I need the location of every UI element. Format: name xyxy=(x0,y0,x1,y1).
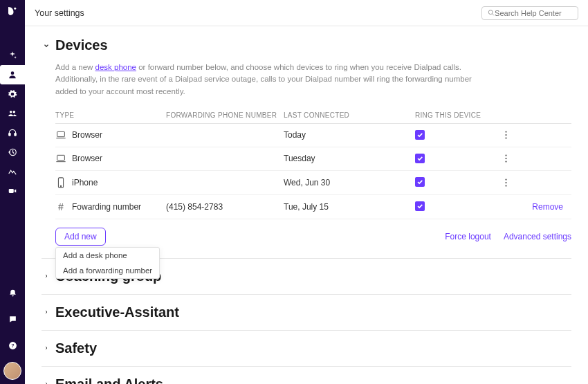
desk-phone-link[interactable]: desk phone xyxy=(95,63,136,71)
hash-icon: # xyxy=(55,201,66,212)
section-email-alerts: Email and Alerts xyxy=(42,367,571,384)
ring-checkbox[interactable] xyxy=(415,130,425,140)
more-menu[interactable] xyxy=(505,154,567,163)
svg-point-12 xyxy=(505,131,506,133)
svg-point-0 xyxy=(14,8,16,10)
add-desk-phone-item[interactable]: Add a desk phone xyxy=(56,248,159,263)
help-pre: Add a new xyxy=(55,63,95,71)
device-fwd: (415) 854-2783 xyxy=(166,202,284,212)
add-new-dropdown: Add a desk phone Add a forwarding number xyxy=(55,247,160,279)
help-icon[interactable]: ? xyxy=(0,336,25,355)
device-last: Today xyxy=(284,130,394,140)
devices-help-text: Add a new desk phone or forward number b… xyxy=(42,62,484,107)
sidebar: ? xyxy=(0,0,25,384)
headset-icon[interactable] xyxy=(0,123,25,143)
svg-point-23 xyxy=(505,185,506,186)
remove-link[interactable]: Remove xyxy=(505,202,567,212)
page-title: Your settings xyxy=(35,8,84,18)
chevron-right-icon xyxy=(42,381,51,384)
devices-actions: Add new Add a desk phone Add a forwardin… xyxy=(42,219,571,258)
force-logout-link[interactable]: Force logout xyxy=(445,232,491,241)
svg-point-22 xyxy=(505,182,506,183)
chevron-right-icon xyxy=(42,309,51,316)
device-last: Wed, Jun 30 xyxy=(284,178,394,188)
ring-checkbox[interactable] xyxy=(415,177,425,187)
app-logo[interactable] xyxy=(6,4,19,18)
add-forwarding-number-item[interactable]: Add a forwarding number xyxy=(56,263,159,278)
more-menu[interactable] xyxy=(505,178,567,188)
bell-icon[interactable] xyxy=(0,283,25,302)
search-input[interactable] xyxy=(495,9,572,17)
col-type: TYPE xyxy=(55,111,166,119)
content: Devices Add a new desk phone or forward … xyxy=(25,26,588,384)
svg-point-2 xyxy=(10,111,12,113)
device-type: Fowarding number xyxy=(72,202,141,212)
table-row: # Fowarding number (415) 854-2783 Tue, J… xyxy=(55,195,571,219)
history-icon[interactable] xyxy=(0,143,25,162)
person-icon[interactable] xyxy=(0,65,25,84)
table-row: Browser Tuesday xyxy=(55,147,571,171)
svg-rect-5 xyxy=(15,134,16,136)
ring-checkbox[interactable] xyxy=(415,154,425,163)
gear-icon[interactable] xyxy=(0,84,25,104)
col-last: LAST CONNECTED xyxy=(284,111,394,119)
svg-rect-15 xyxy=(57,156,65,161)
section-title: Executive-Assitant xyxy=(55,304,179,320)
section-title: Email and Alerts xyxy=(55,376,163,384)
section-title: Devices xyxy=(55,37,108,53)
svg-point-17 xyxy=(505,158,506,159)
device-last: Tue, July 15 xyxy=(284,202,394,212)
svg-text:?: ? xyxy=(11,343,14,348)
svg-point-16 xyxy=(505,155,506,156)
section-head[interactable]: Executive-Assitant xyxy=(42,295,571,330)
ring-checkbox[interactable] xyxy=(415,201,425,211)
svg-point-13 xyxy=(505,134,506,136)
mobile-icon xyxy=(55,177,66,188)
right-links: Force logout Advanced settings xyxy=(445,232,571,241)
table-row: Browser Today xyxy=(55,124,571,147)
devices-table: TYPE FORWARDING PHONE NUMBER LAST CONNEC… xyxy=(55,107,571,219)
section-executive-assistant: Executive-Assitant xyxy=(42,295,571,331)
section-devices: Devices Add a new desk phone or forward … xyxy=(42,26,571,259)
activity-icon[interactable] xyxy=(0,162,25,181)
avatar[interactable] xyxy=(3,362,21,380)
laptop-icon xyxy=(55,131,66,139)
chevron-right-icon xyxy=(42,273,51,280)
table-header: TYPE FORWARDING PHONE NUMBER LAST CONNEC… xyxy=(55,107,571,124)
add-new-button[interactable]: Add new xyxy=(55,228,106,246)
more-menu[interactable] xyxy=(505,130,567,140)
svg-rect-4 xyxy=(9,134,10,136)
svg-point-18 xyxy=(505,161,506,163)
table-row: iPhone Wed, Jun 30 xyxy=(55,171,571,195)
advanced-settings-link[interactable]: Advanced settings xyxy=(504,232,571,241)
search-box[interactable] xyxy=(481,6,578,20)
device-type: Browser xyxy=(72,154,102,163)
section-head[interactable]: Email and Alerts xyxy=(42,367,571,384)
section-head-devices[interactable]: Devices xyxy=(42,26,571,62)
svg-rect-7 xyxy=(9,189,14,193)
chevron-right-icon xyxy=(42,345,51,351)
svg-point-1 xyxy=(11,71,15,75)
chat-icon[interactable] xyxy=(0,309,25,329)
sidebar-bottom: ? xyxy=(0,283,25,380)
team-icon[interactable] xyxy=(0,104,25,123)
device-type: Browser xyxy=(72,130,102,140)
chevron-down-icon xyxy=(42,42,51,49)
device-last: Tuesday xyxy=(284,154,394,163)
sparkle-icon[interactable] xyxy=(0,46,25,65)
svg-rect-11 xyxy=(57,132,65,137)
section-head[interactable]: Safety xyxy=(42,331,571,366)
svg-point-14 xyxy=(505,138,506,139)
svg-point-21 xyxy=(505,179,506,180)
header: Your settings xyxy=(25,0,588,26)
search-icon xyxy=(488,9,495,17)
col-fwd: FORWARDING PHONE NUMBER xyxy=(166,111,284,119)
video-icon[interactable] xyxy=(0,181,25,201)
section-safety: Safety xyxy=(42,331,571,367)
laptop-icon xyxy=(55,154,66,163)
col-ring: RING THIS DEVICE xyxy=(394,111,505,119)
device-type: iPhone xyxy=(72,178,98,188)
svg-point-3 xyxy=(13,111,15,113)
svg-point-10 xyxy=(488,10,493,15)
section-title: Safety xyxy=(55,340,97,356)
